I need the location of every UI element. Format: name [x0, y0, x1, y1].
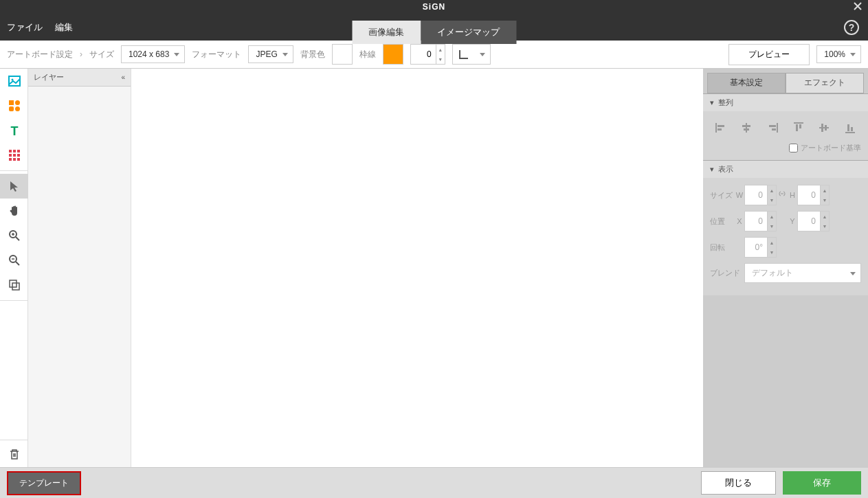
border-width-field[interactable] — [411, 45, 436, 64]
svg-rect-37 — [796, 124, 798, 131]
toolbar: アートボード設定 › サイズ 1024 x 683 フォーマット JPEG 背景… — [0, 41, 868, 69]
grid-tool-icon[interactable] — [0, 143, 28, 168]
border-style-select[interactable] — [452, 44, 491, 65]
collapse-layer-panel-icon[interactable]: « — [121, 73, 125, 81]
section-align: ▾ 整列 アートボード基準 — [703, 93, 868, 160]
chevron-down-icon: ▾ — [710, 165, 714, 174]
template-button[interactable]: テンプレート — [7, 471, 81, 495]
layer-panel-title: レイヤー — [34, 72, 64, 82]
width-input[interactable]: ▲▼ — [744, 185, 777, 205]
canvas[interactable] — [131, 69, 702, 467]
save-button[interactable]: 保存 — [783, 471, 861, 495]
layer-panel-header: レイヤー « — [28, 69, 131, 87]
align-left-icon[interactable] — [711, 118, 731, 137]
border-label: 枠線 — [359, 49, 376, 60]
bgcolor-swatch[interactable] — [332, 44, 353, 65]
svg-line-23 — [16, 262, 19, 265]
align-top-icon[interactable] — [789, 118, 808, 137]
svg-rect-28 — [717, 125, 724, 127]
pointer-tool-icon[interactable] — [0, 174, 28, 199]
y-label: Y — [788, 217, 797, 225]
border-width-spinners[interactable]: ▲▼ — [436, 45, 445, 64]
align-center-h-icon[interactable] — [737, 118, 756, 137]
image-tool-icon[interactable] — [0, 69, 28, 93]
breadcrumb-sep-icon: › — [80, 49, 82, 59]
chevron-down-icon: ▾ — [710, 98, 714, 107]
artboard-basis-checkbox[interactable] — [789, 144, 798, 152]
svg-rect-43 — [847, 124, 849, 131]
tab-image-edit[interactable]: 画像編集 — [352, 21, 421, 44]
layer-panel: レイヤー « — [28, 69, 131, 467]
section-align-header[interactable]: ▾ 整列 — [703, 94, 868, 111]
zoom-out-tool-icon[interactable] — [0, 248, 28, 273]
trash-icon[interactable] — [0, 440, 28, 467]
size-select[interactable]: 1024 x 683 — [121, 45, 185, 63]
svg-rect-25 — [10, 280, 16, 287]
x-input[interactable]: ▲▼ — [744, 211, 777, 231]
position-label: 位置 — [710, 216, 735, 227]
section-align-label: 整列 — [718, 98, 733, 108]
border-color-swatch[interactable] — [383, 44, 403, 65]
shapes-tool-icon[interactable] — [0, 93, 28, 118]
svg-rect-15 — [9, 158, 12, 161]
menu-file[interactable]: ファイル — [7, 21, 43, 34]
help-icon[interactable]: ? — [843, 19, 860, 36]
svg-rect-40 — [821, 124, 823, 132]
height-input[interactable]: ▲▼ — [797, 185, 830, 205]
link-wh-icon[interactable] — [778, 189, 786, 201]
align-bottom-icon[interactable] — [841, 118, 860, 137]
close-button[interactable]: 閉じる — [701, 471, 776, 495]
duplicate-tool-icon[interactable] — [0, 273, 28, 297]
menu-bar: ファイル 編集 画像編集 イメージマップ ? — [0, 14, 868, 41]
close-window-icon[interactable] — [853, 1, 863, 11]
svg-line-19 — [16, 237, 19, 240]
svg-rect-38 — [799, 124, 801, 128]
svg-rect-12 — [9, 154, 12, 157]
tab-image-map[interactable]: イメージマップ — [421, 21, 516, 44]
svg-rect-32 — [744, 128, 749, 131]
rotation-input[interactable]: ▲▼ — [744, 237, 777, 258]
svg-rect-41 — [825, 125, 827, 131]
section-display-header[interactable]: ▾ 表示 — [703, 161, 868, 178]
text-tool-icon[interactable]: T — [0, 118, 28, 143]
x-label: X — [735, 217, 744, 225]
svg-rect-34 — [769, 125, 776, 127]
artboard-basis-checkbox-row[interactable]: アートボード基準 — [710, 143, 861, 153]
svg-rect-17 — [17, 158, 20, 161]
svg-rect-13 — [13, 154, 16, 157]
preview-button[interactable]: プレビュー — [728, 44, 810, 65]
menu-edit[interactable]: 編集 — [55, 21, 73, 34]
blend-select[interactable]: デフォルト — [744, 263, 861, 283]
size-label: サイズ — [710, 190, 735, 201]
section-display-label: 表示 — [718, 164, 733, 174]
svg-rect-4 — [9, 100, 14, 105]
svg-rect-10 — [13, 150, 16, 152]
zoom-select[interactable]: 100% — [816, 45, 861, 63]
svg-rect-26 — [12, 283, 19, 290]
tab-effect[interactable]: エフェクト — [786, 73, 864, 93]
section-display: ▾ 表示 サイズ W ▲▼ H ▲▼ 位置 X ▲▼ Y — [703, 160, 868, 295]
y-input[interactable]: ▲▼ — [797, 211, 830, 231]
align-center-v-icon[interactable] — [814, 118, 834, 137]
align-right-icon[interactable] — [763, 118, 782, 137]
svg-point-5 — [15, 100, 20, 105]
artboard-settings-label: アートボード設定 — [7, 49, 73, 60]
svg-text:?: ? — [849, 22, 855, 33]
rotation-label: 回転 — [710, 242, 735, 253]
size-label: サイズ — [89, 49, 114, 60]
svg-rect-6 — [9, 106, 14, 111]
bottom-bar: テンプレート 閉じる 保存 — [0, 467, 868, 498]
hand-tool-icon[interactable] — [0, 199, 28, 223]
canvas-area — [131, 69, 703, 467]
title-bar: SiGN — [0, 0, 868, 14]
tab-basic-settings[interactable]: 基本設定 — [707, 73, 786, 93]
svg-rect-44 — [851, 127, 853, 131]
app-title: SiGN — [423, 2, 445, 12]
svg-rect-35 — [772, 128, 776, 131]
svg-text:T: T — [10, 124, 18, 137]
format-select[interactable]: JPEG — [248, 45, 293, 63]
properties-panel: 基本設定 エフェクト ▾ 整列 アートボード基準 — [703, 69, 868, 467]
border-width-input[interactable]: ▲▼ — [410, 44, 445, 65]
zoom-in-tool-icon[interactable] — [0, 223, 28, 248]
svg-rect-16 — [13, 158, 16, 161]
